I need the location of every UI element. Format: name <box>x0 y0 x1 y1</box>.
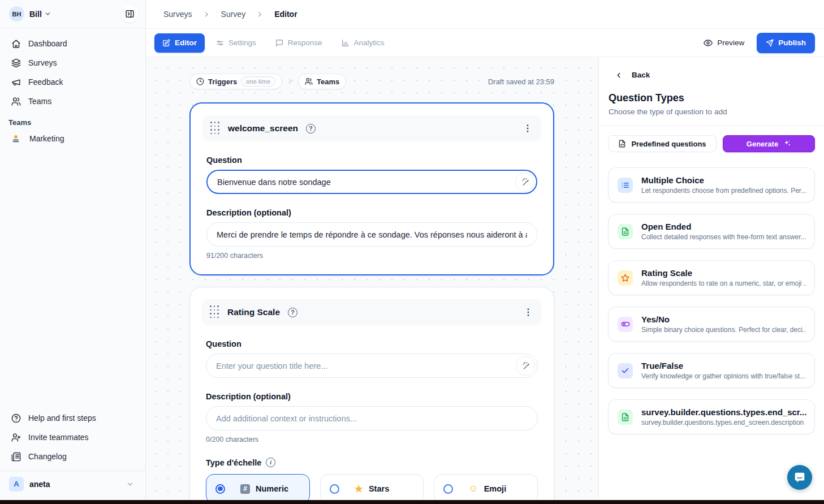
breadcrumb-survey[interactable]: Survey <box>221 10 246 19</box>
question-type-open-ended[interactable]: Open Ended Collect detailed responses wi… <box>608 214 815 249</box>
predefined-questions-button[interactable]: Predefined questions <box>608 135 717 152</box>
question-title-input[interactable] <box>206 170 537 194</box>
pencil-square-icon <box>162 39 170 47</box>
layers-icon <box>11 58 21 68</box>
avatar[interactable]: BH <box>9 6 24 21</box>
scale-option-emoji[interactable]: ☺ Emoji <box>434 474 538 500</box>
info-icon[interactable]: i <box>266 458 275 467</box>
sidebar-item-dashboard[interactable]: Dashboard <box>0 34 145 53</box>
generate-label: Generate <box>747 140 778 148</box>
question-type-end-screen[interactable]: survey.builder.questions.types.end_scr..… <box>608 399 815 434</box>
type-description: survey.builder.questions.types.end_scree… <box>641 419 806 427</box>
tab-editor[interactable]: Editor <box>154 33 205 53</box>
sidebar-item-teams[interactable]: Teams <box>0 92 145 111</box>
description-label: Description (optional) <box>206 208 537 217</box>
publish-button[interactable]: Publish <box>757 33 815 53</box>
back-button[interactable]: Back <box>608 71 815 79</box>
tab-analytics[interactable]: Analytics <box>334 33 392 53</box>
sidebar-item-surveys[interactable]: Surveys <box>0 53 145 72</box>
tab-label: Settings <box>228 38 256 47</box>
question-title-input[interactable] <box>206 354 538 378</box>
users-icon <box>11 97 21 106</box>
sidebar-item-help[interactable]: Help and first steps <box>0 408 145 428</box>
triggers-pill[interactable]: Triggers one-time <box>189 74 282 89</box>
question-type-list: Multiple Choice Let respondents choose f… <box>608 167 815 434</box>
question-type-multiple-choice[interactable]: Multiple Choice Let respondents choose f… <box>608 167 815 203</box>
char-count: 0/200 characters <box>206 436 538 443</box>
teams-pill-label: Teams <box>317 77 339 86</box>
scale-type-options: # Numeric ★ Stars ☺ Emoji <box>206 474 538 500</box>
question-label: Question <box>206 339 538 348</box>
smiley-emoji: ☺ <box>468 483 478 494</box>
tab-response[interactable]: Response <box>268 33 330 53</box>
teams-pill[interactable]: Teams <box>298 74 346 89</box>
sidebar-item-label: Changelog <box>28 452 67 461</box>
chat-bubble-icon <box>793 471 806 484</box>
sidebar-item-label: Teams <box>28 97 51 106</box>
drag-handle-icon[interactable] <box>210 305 219 319</box>
ai-wand-icon[interactable] <box>516 356 535 376</box>
chevron-right-icon <box>286 77 294 85</box>
sidebar-header: BH Bill <box>0 0 145 28</box>
question-description-input[interactable] <box>206 406 538 430</box>
help-icon[interactable]: ? <box>306 124 316 133</box>
question-card-rating-scale[interactable]: Rating Scale ? ⋮ Question Description (o… <box>189 287 554 500</box>
generate-button[interactable]: Generate <box>723 135 815 152</box>
tab-label: Response <box>288 38 322 47</box>
type-description: Simple binary choice questions. Perfect … <box>641 326 806 334</box>
publish-label: Publish <box>778 38 806 47</box>
user-plus-icon <box>11 433 21 442</box>
scale-option-stars[interactable]: ★ Stars <box>320 474 424 500</box>
sidebar-item-marketing[interactable]: Marketing <box>0 128 145 149</box>
send-icon <box>766 39 774 47</box>
scale-option-numeric[interactable]: # Numeric <box>206 474 310 500</box>
question-card-header: welcome_screen ? ⋮ <box>202 115 541 141</box>
changelog-icon <box>11 452 21 462</box>
ai-wand-icon[interactable] <box>515 173 534 192</box>
more-options-icon[interactable]: ⋮ <box>523 124 532 133</box>
technologist-emoji <box>11 134 20 143</box>
type-description: Collect detailed responses with free-for… <box>641 233 806 241</box>
user-name[interactable]: Bill <box>29 10 42 19</box>
question-type-rating-scale[interactable]: Rating Scale Allow respondents to rate o… <box>608 260 815 295</box>
bar-chart-icon <box>342 39 350 47</box>
sidebar-item-label: Invite teammates <box>28 433 89 442</box>
question-type-true-false[interactable]: True/False Verify knowledge or gather op… <box>608 353 815 388</box>
help-icon[interactable]: ? <box>288 308 297 317</box>
sidebar-collapse-button[interactable] <box>121 6 138 23</box>
hash-keycap-emoji: # <box>240 484 250 494</box>
question-card-header: Rating Scale ? ⋮ <box>202 299 542 325</box>
sidebar-item-feedback[interactable]: Feedback <box>0 72 145 92</box>
question-card-title: Rating Scale <box>227 307 280 317</box>
question-type-yes-no[interactable]: Yes/No Simple binary choice questions. P… <box>608 307 815 342</box>
radio-checked-icon <box>215 484 225 494</box>
question-card-welcome-screen[interactable]: welcome_screen ? ⋮ Question Description … <box>189 102 554 275</box>
tab-settings[interactable]: Settings <box>208 33 264 53</box>
chat-launcher-button[interactable] <box>787 465 812 490</box>
help-circle-icon <box>11 413 21 423</box>
sidebar-item-invite[interactable]: Invite teammates <box>0 428 145 447</box>
megaphone-icon <box>11 77 21 87</box>
preview-button[interactable]: Preview <box>704 38 744 48</box>
tab-bar: Editor Settings Response Analytics <box>146 29 824 57</box>
org-switcher[interactable]: A aneta <box>0 471 145 497</box>
scale-type-label: Type d'échelle <box>206 458 261 467</box>
sidebar-nav: Dashboard Surveys Feedback Teams Teams <box>0 28 145 149</box>
drag-handle-icon[interactable] <box>210 122 220 135</box>
radio-icon <box>443 484 453 494</box>
star-icon <box>618 270 633 286</box>
draft-status: Draft saved at 23:59 <box>488 77 554 86</box>
main-area: Surveys Survey Editor Editor Settings R <box>146 0 824 500</box>
more-options-icon[interactable]: ⋮ <box>524 308 533 317</box>
question-types-panel: Back Question Types Choose the type of q… <box>598 57 824 500</box>
type-title: Rating Scale <box>641 268 806 278</box>
check-icon <box>618 363 633 378</box>
question-description-input[interactable] <box>206 222 537 247</box>
scale-option-label: Numeric <box>256 484 288 493</box>
breadcrumb-surveys[interactable]: Surveys <box>163 10 192 19</box>
type-description: Verify knowledge or gather opinions with… <box>641 372 805 380</box>
sidebar-item-changelog[interactable]: Changelog <box>0 447 145 466</box>
sidebar-item-label: Feedback <box>28 77 63 87</box>
window-edge <box>0 500 824 504</box>
sidebar-item-label: Help and first steps <box>28 413 96 423</box>
